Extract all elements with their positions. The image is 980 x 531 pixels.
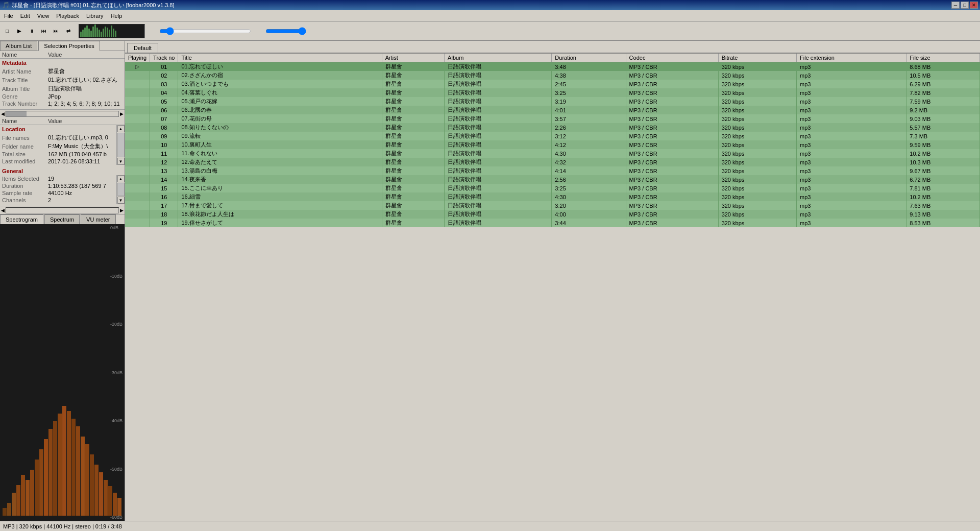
prop-value: 1; 2; 3; 4; 5; 6; 7; 8; 9; 10; 11 (46, 100, 125, 107)
col-title[interactable]: Title (178, 54, 382, 62)
table-row[interactable]: 18 18.浪花節だよ人生は 群星會 日語演歌伴唱 4:00 MP3 / CBR… (125, 210, 980, 219)
col-artist[interactable]: Artist (382, 54, 444, 62)
cell-playing (125, 184, 150, 192)
general-vscroll[interactable]: ▲ ▼ (116, 175, 125, 204)
properties-panel: Name Value Metadata Artist Name 群星會 Trac… (0, 51, 125, 521)
next-button[interactable]: ⏭ (51, 26, 61, 37)
vscroll-thumb[interactable] (117, 133, 125, 157)
hscroll-right-arrow[interactable]: ▶ (119, 111, 125, 116)
spec-bar (7, 503, 11, 516)
tab-selection-properties[interactable]: Selection Properties (38, 41, 100, 51)
cell-size: 6.72 MB (906, 175, 980, 184)
col-duration[interactable]: Duration (552, 54, 626, 62)
table-row[interactable]: 13 13.湯島の白梅 群星會 日語演歌伴唱 4:14 MP3 / CBR 32… (125, 166, 980, 175)
cell-album: 日語演歌伴唱 (445, 158, 552, 166)
table-row[interactable]: 19 19.倖せさがして 群星會 日語演歌伴唱 3:44 MP3 / CBR 3… (125, 219, 980, 227)
col-codec[interactable]: Codec (626, 54, 718, 62)
table-row[interactable]: 05 05.瀬戸の花嫁 群星會 日語演歌伴唱 3:19 MP3 / CBR 32… (125, 97, 980, 106)
pause-button[interactable]: ⏸ (27, 26, 37, 37)
col-playing[interactable]: Playing (125, 54, 150, 62)
tab-spectrum[interactable]: Spectrum (44, 214, 80, 224)
db-labels: 0dB -10dB -20dB -30dB -40dB -50dB -60dB (110, 224, 122, 521)
spec-bar (35, 460, 39, 516)
table-row[interactable]: 08 08.知りたくないの 群星會 日語演歌伴唱 2:26 MP3 / CBR … (125, 123, 980, 132)
menu-library[interactable]: Library (83, 12, 107, 20)
gen-vscroll-down[interactable]: ▼ (117, 197, 125, 204)
table-row[interactable]: 03 03.酒といつまでも 群星會 日語演歌伴唱 2:45 MP3 / CBR … (125, 80, 980, 88)
hscroll-thumb[interactable] (6, 111, 27, 116)
metadata-hscroll[interactable]: ◀ ▶ (0, 109, 125, 117)
cell-codec: MP3 / CBR (626, 219, 718, 227)
location-table: File names 01.忘れてほしい.mp3, 0 Folder name … (0, 133, 116, 165)
cell-album: 日語演歌伴唱 (445, 80, 552, 88)
tab-spectrogram[interactable]: Spectrogram (0, 214, 43, 224)
col-size[interactable]: File size (906, 54, 980, 62)
col-ext[interactable]: File extension (797, 54, 906, 62)
right-tabs: Default (125, 41, 980, 54)
menu-view[interactable]: View (34, 12, 53, 20)
cell-playing (125, 106, 150, 114)
menu-edit[interactable]: Edit (17, 12, 33, 20)
prop-value: 19 (46, 175, 116, 182)
cell-duration: 2:56 (552, 175, 626, 184)
lower-hscroll[interactable]: ◀ ▶ (0, 206, 125, 214)
volume-slider[interactable] (265, 28, 306, 35)
table-row[interactable]: 09 09.流転 群星會 日語演歌伴唱 3:12 MP3 / CBR 320 k… (125, 132, 980, 140)
hscroll-left-arrow[interactable]: ◀ (0, 111, 6, 116)
table-row[interactable]: 11 11.命くれない 群星會 日語演歌伴唱 4:30 MP3 / CBR 32… (125, 149, 980, 158)
cell-duration: 3:19 (552, 97, 626, 106)
menu-bar: File Edit View Playback Library Help (0, 10, 980, 21)
cell-ext: mp3 (797, 114, 906, 123)
menu-playback[interactable]: Playback (53, 12, 82, 20)
table-row[interactable]: 17 17.骨まで愛して 群星會 日語演歌伴唱 3:20 MP3 / CBR 3… (125, 201, 980, 210)
vscroll-down-arrow[interactable]: ▼ (117, 158, 125, 165)
location-col-header: Name Value (0, 117, 125, 125)
table-row[interactable]: 06 06.北國の春 群星會 日語演歌伴唱 4:01 MP3 / CBR 320… (125, 106, 980, 114)
random-button[interactable]: ⇄ (63, 26, 74, 37)
table-row[interactable]: 10 10.裏町人生 群星會 日語演歌伴唱 4:12 MP3 / CBR 320… (125, 140, 980, 149)
table-row[interactable]: ▷ 01 01.忘れてほしい 群星會 日語演歌伴唱 3:48 MP3 / CBR… (125, 62, 980, 71)
col-bitrate[interactable]: Bitrate (718, 54, 796, 62)
lower-hscroll-track[interactable] (6, 207, 119, 213)
lower-hscroll-right[interactable]: ▶ (119, 208, 125, 213)
table-row[interactable]: 16 16.細雪 群星會 日語演歌伴唱 4:30 MP3 / CBR 320 k… (125, 192, 980, 201)
cell-bitrate: 320 kbps (718, 71, 796, 80)
seek-slider[interactable] (159, 28, 251, 35)
playlist-container[interactable]: Playing Track no Title Artist Album Dura… (125, 54, 980, 521)
table-row[interactable]: 15 15.ここに幸あり 群星會 日語演歌伴唱 3:25 MP3 / CBR 3… (125, 184, 980, 192)
tab-default[interactable]: Default (127, 43, 158, 53)
loc-col-name: Name (2, 118, 48, 124)
lower-hscroll-left[interactable]: ◀ (0, 208, 6, 213)
location-vscroll[interactable]: ▲ ▼ (116, 125, 125, 165)
gen-vscroll-up[interactable]: ▲ (117, 175, 125, 182)
cell-codec: MP3 / CBR (626, 166, 718, 175)
table-row[interactable]: 12 12.命あたえて 群星會 日語演歌伴唱 4:32 MP3 / CBR 32… (125, 158, 980, 166)
cell-ext: mp3 (797, 201, 906, 210)
stop-button[interactable]: □ (2, 26, 12, 37)
spec-bar (48, 429, 53, 516)
gen-vscroll-thumb[interactable] (117, 183, 125, 196)
col-trackno[interactable]: Track no (150, 54, 178, 62)
table-row[interactable]: 07 07.花街の母 群星會 日語演歌伴唱 3:57 MP3 / CBR 320… (125, 114, 980, 123)
col-album[interactable]: Album (445, 54, 552, 62)
prev-button[interactable]: ⏮ (39, 26, 49, 37)
general-section: General Items Selected 19 Duration (0, 167, 125, 206)
general-table: Items Selected 19 Duration 1:10:53.283 (… (0, 175, 116, 204)
vscroll-up-arrow[interactable]: ▲ (117, 125, 125, 132)
cell-album: 日語演歌伴唱 (445, 201, 552, 210)
maximize-button[interactable]: □ (961, 2, 969, 9)
menu-help[interactable]: Help (108, 12, 126, 20)
table-row[interactable]: 14 14.夜来香 群星會 日語演歌伴唱 2:56 MP3 / CBR 320 … (125, 175, 980, 184)
tab-vu-meter[interactable]: VU meter (81, 214, 115, 224)
table-row[interactable]: 02 02.さざんかの宿 群星會 日語演歌伴唱 4:38 MP3 / CBR 3… (125, 71, 980, 80)
cell-trackno: 05 (150, 97, 178, 106)
spec-bar (99, 472, 103, 516)
menu-file[interactable]: File (1, 12, 16, 20)
close-button[interactable]: ✕ (970, 2, 978, 9)
cell-album: 日語演歌伴唱 (445, 71, 552, 80)
hscroll-track[interactable] (6, 111, 119, 117)
tab-album-list[interactable]: Album List (0, 41, 37, 51)
play-button[interactable]: ▶ (14, 26, 24, 37)
minimize-button[interactable]: ─ (951, 2, 960, 9)
table-row[interactable]: 04 04.落葉しぐれ 群星會 日語演歌伴唱 3:25 MP3 / CBR 32… (125, 88, 980, 97)
